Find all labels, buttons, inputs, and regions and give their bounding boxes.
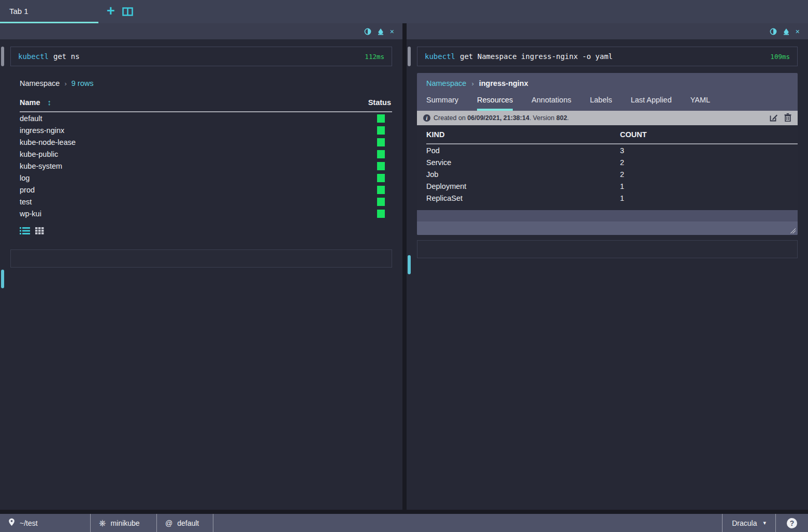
kube-context-segment[interactable]: ⎈ minikube: [91, 514, 157, 532]
status-badge: [377, 114, 385, 123]
delete-icon[interactable]: [784, 113, 791, 123]
command-args: get Namespace ingress-nginx -o yaml: [460, 52, 613, 61]
resource-kind: Deployment: [426, 180, 620, 192]
chevron-right-icon: ›: [64, 80, 66, 87]
tab-summary[interactable]: Summary: [426, 96, 458, 111]
sidecar-footer-band: [417, 210, 798, 221]
status-badge: [377, 186, 385, 194]
block-indicator-active: [1, 270, 4, 288]
status-badge: [377, 174, 385, 182]
status-badge: [377, 126, 385, 135]
clear-pane-icon[interactable]: [377, 28, 384, 35]
resource-count: 3: [620, 144, 798, 156]
namespace-name: kube-system: [20, 160, 280, 172]
toolbar-actions: [770, 113, 791, 123]
split-terminal-icon[interactable]: [122, 7, 133, 16]
namespace-name: log: [20, 172, 280, 184]
sidecar-scrollbar[interactable]: [417, 221, 798, 235]
resource-count: 2: [620, 156, 798, 168]
sidecar-head: Namespace › ingress-nginx Summary Resour…: [417, 73, 798, 111]
namespace-table: Name↕ Status default ingress-nginx kube-…: [20, 98, 392, 219]
column-header-count: COUNT: [620, 125, 798, 144]
workspace: × kubectl get ns 112ms Namespace › 9 row…: [0, 23, 808, 514]
table-row[interactable]: wp-kui: [20, 208, 392, 219]
table-row[interactable]: Service2: [426, 156, 798, 168]
command-name: kubectl: [18, 52, 49, 61]
table-row[interactable]: kube-system: [20, 160, 392, 172]
sidecar-tabs: Summary Resources Annotations Labels Las…: [426, 96, 788, 111]
namespace-label: default: [177, 519, 199, 527]
breadcrumb-kind[interactable]: Namespace: [426, 79, 466, 87]
table-row[interactable]: default: [20, 112, 392, 124]
table-row[interactable]: kube-node-lease: [20, 136, 392, 148]
table-row[interactable]: test: [20, 196, 392, 208]
status-badge: [377, 138, 385, 146]
block-indicator-active: [408, 255, 411, 274]
row-count-link[interactable]: 9 rows: [71, 79, 94, 87]
command-block-get-ns[interactable]: kubectl get ns 112ms: [10, 47, 392, 66]
repl-input-left[interactable]: [10, 249, 392, 268]
tab-resources[interactable]: Resources: [477, 96, 513, 111]
table-row[interactable]: prod: [20, 184, 392, 196]
tab-last-applied[interactable]: Last Applied: [631, 96, 672, 111]
command-block-get-namespace-yaml[interactable]: kubectl get Namespace ingress-nginx -o y…: [417, 47, 798, 66]
theme-label: Dracula: [732, 519, 757, 527]
namespace-name: ingress-nginx: [20, 124, 280, 136]
invert-colors-icon[interactable]: [364, 28, 371, 35]
table-row[interactable]: log: [20, 172, 392, 184]
right-pane-body: kubectl get Namespace ingress-nginx -o y…: [407, 39, 808, 510]
namespace-table-card: Namespace › 9 rows Name↕ Status: [20, 79, 392, 219]
chevron-down-icon: ▾: [763, 520, 766, 526]
at-icon: @: [165, 519, 172, 527]
info-icon: i: [423, 114, 430, 122]
breadcrumb: Namespace › 9 rows: [20, 79, 392, 87]
location-pin-icon: [8, 518, 15, 528]
resource-count: 2: [620, 168, 798, 180]
repl-input-right[interactable]: [417, 240, 798, 258]
breadcrumb-kind: Namespace: [20, 79, 60, 87]
cwd-segment[interactable]: ~/test: [0, 514, 91, 532]
right-pane-header: ×: [407, 23, 808, 39]
command-duration: 112ms: [365, 53, 384, 61]
resize-grip-icon[interactable]: [789, 227, 796, 233]
kube-namespace-segment[interactable]: @ default: [157, 514, 213, 532]
tab-bar-actions: +: [98, 0, 133, 23]
command-duration: 109ms: [770, 53, 790, 61]
new-tab-icon[interactable]: +: [107, 4, 115, 18]
grid-view-icon[interactable]: [35, 227, 44, 237]
table-row[interactable]: ReplicaSet1: [426, 192, 798, 204]
sort-icon[interactable]: ↕: [48, 98, 52, 107]
status-badge: [377, 198, 385, 206]
table-row[interactable]: Job2: [426, 168, 798, 180]
close-pane-icon[interactable]: ×: [796, 28, 800, 35]
table-view-toggles: [20, 227, 402, 237]
column-header-kind: KIND: [426, 125, 620, 144]
table-row[interactable]: kube-public: [20, 148, 392, 160]
clear-pane-icon[interactable]: [783, 28, 790, 35]
table-row[interactable]: Deployment1: [426, 180, 798, 192]
tab-annotations[interactable]: Annotations: [531, 96, 571, 111]
tab-yaml[interactable]: YAML: [690, 96, 710, 111]
status-badge: [377, 150, 385, 158]
tab-labels[interactable]: Labels: [590, 96, 612, 111]
created-date: 06/09/2021, 21:38:14: [467, 114, 529, 122]
sidecar-breadcrumb: Namespace › ingress-nginx: [426, 79, 788, 87]
table-row[interactable]: ingress-nginx: [20, 124, 392, 136]
theme-selector[interactable]: Dracula ▾: [722, 514, 776, 532]
resource-count: 1: [620, 180, 798, 192]
list-view-icon[interactable]: [20, 227, 30, 237]
left-split-pane: × kubectl get ns 112ms Namespace › 9 row…: [0, 23, 402, 510]
namespace-name: test: [20, 196, 280, 208]
resource-kind: ReplicaSet: [426, 192, 620, 204]
column-header-status: Status: [280, 98, 392, 112]
invert-colors-icon[interactable]: [770, 28, 777, 35]
right-split-pane: × kubectl get Namespace ingress-nginx -o…: [407, 23, 808, 510]
table-row[interactable]: Pod3: [426, 144, 798, 156]
resource-kind: Job: [426, 168, 620, 180]
status-badge: [377, 162, 385, 170]
help-button[interactable]: ?: [776, 514, 808, 532]
command-name: kubectl: [425, 52, 455, 61]
close-pane-icon[interactable]: ×: [390, 28, 394, 35]
edit-icon[interactable]: [770, 113, 778, 123]
tab-1[interactable]: Tab 1: [0, 0, 98, 23]
